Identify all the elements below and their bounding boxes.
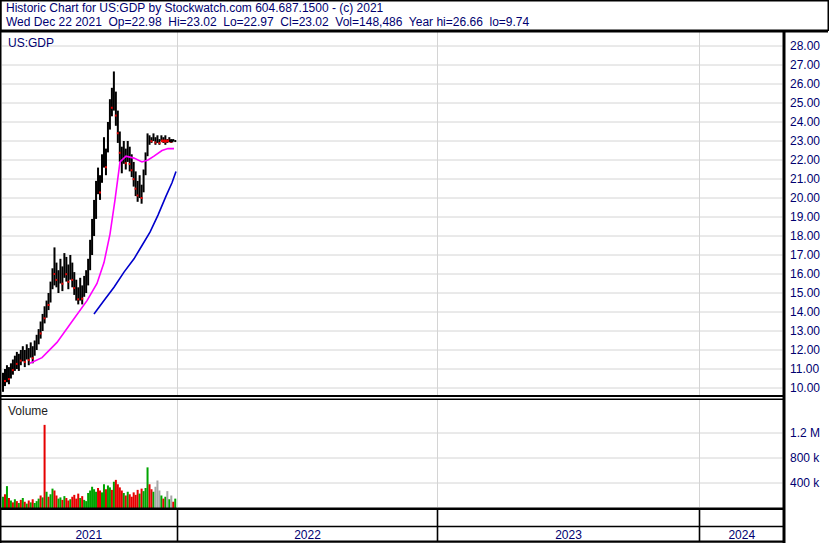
candle-bar	[115, 92, 117, 126]
volume-bar	[71, 497, 73, 508]
candle-bar	[42, 314, 44, 331]
candle-close-mark	[81, 298, 83, 300]
volume-bar	[172, 502, 174, 508]
candle-bar	[95, 181, 97, 219]
volume-bar	[87, 493, 89, 508]
candle-close-mark	[137, 195, 139, 197]
stockwatch-historic-chart: Historic Chart for US:GDP by Stockwatch.…	[0, 0, 830, 543]
volume-bar	[28, 501, 30, 509]
volume-bar	[154, 487, 156, 508]
volume-bar	[36, 501, 38, 508]
candle-close-mark	[32, 357, 34, 359]
volume-panel-label: Volume	[8, 404, 48, 418]
volume-bar	[53, 491, 55, 509]
candle-close-mark	[151, 140, 153, 142]
volume-bar	[30, 502, 32, 508]
candle-close-mark	[20, 360, 22, 362]
candle-bar	[26, 344, 28, 359]
volume-bar	[141, 489, 143, 508]
chart-plot-area[interactable]	[0, 0, 830, 543]
volume-bar	[166, 491, 168, 508]
volume-bar	[125, 496, 127, 509]
candle-bar	[38, 329, 40, 344]
candle-close-mark	[44, 317, 46, 319]
volume-bar	[18, 503, 20, 508]
candle-bar	[52, 268, 54, 289]
candle-bar	[105, 149, 107, 176]
volume-bar	[174, 499, 176, 508]
candle-bar	[65, 257, 67, 282]
candle-close-mark	[65, 273, 67, 275]
price-axis-tick: 15.00	[790, 286, 830, 300]
candle-bar	[91, 219, 93, 255]
candle-bar	[103, 137, 105, 167]
candle-bar	[99, 175, 101, 200]
candle-close-mark	[67, 281, 69, 283]
volume-bar	[156, 481, 158, 509]
volume-bar	[67, 501, 69, 509]
price-axis-tick: 18.00	[790, 229, 830, 243]
header-quote-line: Wed Dec 22 2021 Op=22.98 Hi=23.02 Lo=22.…	[6, 16, 529, 29]
volume-bar	[95, 492, 97, 508]
price-axis-tick: 25.00	[790, 96, 830, 110]
volume-bar	[2, 497, 4, 508]
volume-bar	[160, 496, 162, 509]
price-axis-tick: 27.00	[790, 58, 830, 72]
candle-bar	[154, 137, 156, 145]
candle-bar	[147, 133, 149, 156]
candle-bar	[69, 255, 71, 280]
volume-bar	[121, 491, 123, 509]
candle-close-mark	[99, 191, 101, 193]
price-axis-tick: 14.00	[790, 305, 830, 319]
volume-bar	[40, 496, 42, 509]
candle-close-mark	[111, 107, 113, 109]
volume-bar	[107, 486, 109, 509]
candle-bar	[152, 133, 154, 141]
candle-bar	[123, 141, 125, 164]
volume-bar	[38, 499, 40, 508]
last-close-dash-tip	[169, 140, 174, 143]
price-axis-tick: 20.00	[790, 191, 830, 205]
candle-bar	[87, 259, 89, 286]
candle-bar	[75, 280, 77, 301]
candle-bar	[53, 247, 55, 285]
candle-close-mark	[8, 378, 10, 380]
candle-bar	[61, 266, 63, 291]
candle-bar	[139, 175, 141, 198]
price-axis-tick: 12.00	[790, 343, 830, 357]
candle-bar	[77, 287, 79, 304]
volume-bar	[99, 491, 101, 509]
candle-close-mark	[77, 298, 79, 300]
candle-close-mark	[115, 115, 117, 117]
candle-bar	[127, 141, 129, 162]
volume-bar	[57, 499, 59, 508]
volume-bar	[147, 467, 149, 508]
candle-bar	[135, 171, 137, 196]
candle-close-mark	[53, 273, 55, 275]
candle-bar	[113, 71, 115, 110]
volume-bar	[129, 494, 131, 508]
price-axis-tick: 13.00	[790, 324, 830, 338]
candle-bar	[50, 282, 52, 303]
volume-bar	[55, 496, 57, 509]
candle-bar	[57, 270, 59, 293]
candle-bar	[79, 278, 81, 301]
volume-bar	[42, 497, 44, 508]
volume-bar	[20, 500, 22, 508]
candle-close-mark	[117, 132, 119, 134]
volume-bar	[115, 480, 117, 508]
candle-close-mark	[129, 163, 131, 165]
candle-bar	[34, 341, 36, 356]
candle-bar	[46, 301, 48, 318]
candle-bar	[117, 111, 119, 143]
price-axis-tick: 21.00	[790, 172, 830, 186]
candle-bar	[101, 154, 103, 183]
candle-bar	[10, 363, 12, 378]
candle-bar	[4, 369, 6, 386]
candle-bar	[143, 170, 145, 193]
volume-bar	[93, 489, 95, 508]
volume-bar	[50, 494, 52, 508]
candle-bar	[6, 365, 8, 382]
candle-bar	[12, 360, 14, 375]
candle-bar	[24, 350, 26, 367]
